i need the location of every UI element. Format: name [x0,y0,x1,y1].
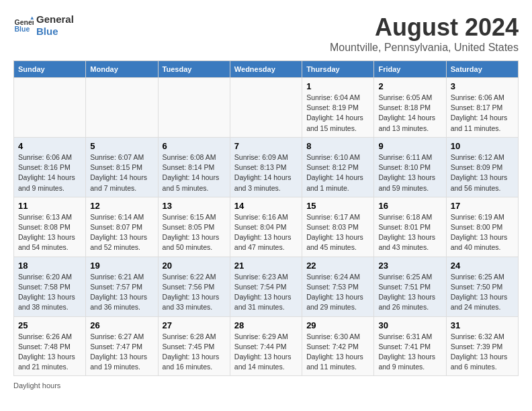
day-number: 28 [234,320,298,330]
calendar-cell: 8Sunrise: 6:10 AM Sunset: 8:12 PM Daylig… [302,137,374,197]
page-subtitle: Mountville, Pennsylvania, United States [330,42,519,54]
day-number: 17 [451,201,514,211]
calendar-cell: 25Sunrise: 6:26 AM Sunset: 7:48 PM Dayli… [14,316,86,376]
svg-text:Blue: Blue [15,25,30,33]
day-content: Sunrise: 6:12 AM Sunset: 8:09 PM Dayligh… [451,152,514,193]
calendar-header-row: SundayMondayTuesdayWednesdayThursdayFrid… [14,61,519,78]
calendar-cell: 21Sunrise: 6:23 AM Sunset: 7:54 PM Dayli… [230,257,302,316]
day-content: Sunrise: 6:24 AM Sunset: 7:53 PM Dayligh… [306,272,369,313]
calendar-day-header: Saturday [446,61,518,78]
day-content: Sunrise: 6:16 AM Sunset: 8:04 PM Dayligh… [234,212,298,253]
calendar-table: SundayMondayTuesdayWednesdayThursdayFrid… [13,60,519,376]
day-number: 9 [378,141,441,151]
calendar-cell: 16Sunrise: 6:18 AM Sunset: 8:01 PM Dayli… [374,197,446,257]
calendar-cell: 28Sunrise: 6:29 AM Sunset: 7:44 PM Dayli… [230,316,302,376]
day-number: 29 [306,320,369,330]
calendar-cell: 7Sunrise: 6:09 AM Sunset: 8:13 PM Daylig… [230,137,302,197]
day-content: Sunrise: 6:05 AM Sunset: 8:18 PM Dayligh… [378,93,441,134]
logo-blue: Blue [36,26,74,38]
day-number: 16 [378,201,441,211]
calendar-cell [14,78,86,138]
day-number: 27 [163,320,226,330]
day-content: Sunrise: 6:27 AM Sunset: 7:47 PM Dayligh… [90,332,153,373]
logo: General Blue General Blue [13,13,74,38]
calendar-cell: 3Sunrise: 6:06 AM Sunset: 8:17 PM Daylig… [446,78,518,138]
calendar-week-row: 4Sunrise: 6:06 AM Sunset: 8:16 PM Daylig… [14,137,519,197]
calendar-cell: 20Sunrise: 6:22 AM Sunset: 7:56 PM Dayli… [158,257,230,316]
day-number: 3 [451,81,514,91]
day-number: 7 [234,141,298,151]
day-content: Sunrise: 6:29 AM Sunset: 7:44 PM Dayligh… [234,332,298,373]
day-content: Sunrise: 6:06 AM Sunset: 8:17 PM Dayligh… [451,93,514,134]
calendar-cell: 22Sunrise: 6:24 AM Sunset: 7:53 PM Dayli… [302,257,374,316]
calendar-cell: 26Sunrise: 6:27 AM Sunset: 7:47 PM Dayli… [86,316,158,376]
logo-general: General [36,13,74,26]
calendar-cell [158,78,230,138]
day-number: 4 [18,141,81,151]
day-content: Sunrise: 6:13 AM Sunset: 8:08 PM Dayligh… [18,212,81,253]
day-content: Sunrise: 6:25 AM Sunset: 7:50 PM Dayligh… [451,272,514,313]
calendar-cell: 10Sunrise: 6:12 AM Sunset: 8:09 PM Dayli… [446,137,518,197]
day-content: Sunrise: 6:17 AM Sunset: 8:03 PM Dayligh… [306,212,369,253]
calendar-day-header: Thursday [302,61,374,78]
day-number: 19 [90,261,153,271]
day-number: 24 [451,261,514,271]
calendar-cell: 14Sunrise: 6:16 AM Sunset: 8:04 PM Dayli… [230,197,302,257]
day-content: Sunrise: 6:06 AM Sunset: 8:16 PM Dayligh… [18,152,81,193]
calendar-cell: 18Sunrise: 6:20 AM Sunset: 7:58 PM Dayli… [14,257,86,316]
day-number: 18 [18,261,81,271]
day-content: Sunrise: 6:09 AM Sunset: 8:13 PM Dayligh… [234,152,298,193]
calendar-day-header: Friday [374,61,446,78]
calendar-cell: 12Sunrise: 6:14 AM Sunset: 8:07 PM Dayli… [86,197,158,257]
day-number: 26 [90,320,153,330]
calendar-cell: 13Sunrise: 6:15 AM Sunset: 8:05 PM Dayli… [158,197,230,257]
logo-icon: General Blue [13,15,34,36]
day-content: Sunrise: 6:11 AM Sunset: 8:10 PM Dayligh… [378,152,441,193]
calendar-day-header: Monday [86,61,158,78]
day-content: Sunrise: 6:28 AM Sunset: 7:45 PM Dayligh… [163,332,226,373]
calendar-week-row: 11Sunrise: 6:13 AM Sunset: 8:08 PM Dayli… [14,197,519,257]
calendar-cell: 31Sunrise: 6:32 AM Sunset: 7:39 PM Dayli… [446,316,518,376]
day-number: 5 [90,141,153,151]
calendar-cell: 17Sunrise: 6:19 AM Sunset: 8:00 PM Dayli… [446,197,518,257]
calendar-cell: 29Sunrise: 6:30 AM Sunset: 7:42 PM Dayli… [302,316,374,376]
calendar-cell: 6Sunrise: 6:08 AM Sunset: 8:14 PM Daylig… [158,137,230,197]
day-number: 10 [451,141,514,151]
day-content: Sunrise: 6:22 AM Sunset: 7:56 PM Dayligh… [163,272,226,313]
page-title: August 2024 [330,13,519,42]
day-number: 2 [378,81,441,91]
footer-note: Daylight hours [13,381,519,390]
day-number: 15 [306,201,369,211]
calendar-cell: 19Sunrise: 6:21 AM Sunset: 7:57 PM Dayli… [86,257,158,316]
day-content: Sunrise: 6:23 AM Sunset: 7:54 PM Dayligh… [234,272,298,313]
day-number: 12 [90,201,153,211]
calendar-day-header: Tuesday [158,61,230,78]
day-number: 13 [163,201,226,211]
day-number: 14 [234,201,298,211]
calendar-day-header: Sunday [14,61,86,78]
day-number: 23 [378,261,441,271]
calendar-day-header: Wednesday [230,61,302,78]
day-content: Sunrise: 6:31 AM Sunset: 7:41 PM Dayligh… [378,332,441,373]
day-number: 31 [451,320,514,330]
header: General Blue General Blue August 2024 Mo… [13,13,519,54]
day-number: 20 [163,261,226,271]
calendar-cell: 11Sunrise: 6:13 AM Sunset: 8:08 PM Dayli… [14,197,86,257]
calendar-week-row: 18Sunrise: 6:20 AM Sunset: 7:58 PM Dayli… [14,257,519,316]
calendar-cell: 27Sunrise: 6:28 AM Sunset: 7:45 PM Dayli… [158,316,230,376]
day-content: Sunrise: 6:32 AM Sunset: 7:39 PM Dayligh… [451,332,514,373]
day-content: Sunrise: 6:21 AM Sunset: 7:57 PM Dayligh… [90,272,153,313]
day-number: 21 [234,261,298,271]
calendar-cell: 9Sunrise: 6:11 AM Sunset: 8:10 PM Daylig… [374,137,446,197]
day-number: 1 [306,81,369,91]
calendar-cell [230,78,302,138]
day-content: Sunrise: 6:19 AM Sunset: 8:00 PM Dayligh… [451,212,514,253]
calendar-cell: 24Sunrise: 6:25 AM Sunset: 7:50 PM Dayli… [446,257,518,316]
calendar-cell [86,78,158,138]
calendar-cell: 15Sunrise: 6:17 AM Sunset: 8:03 PM Dayli… [302,197,374,257]
day-content: Sunrise: 6:14 AM Sunset: 8:07 PM Dayligh… [90,212,153,253]
day-content: Sunrise: 6:30 AM Sunset: 7:42 PM Dayligh… [306,332,369,373]
day-content: Sunrise: 6:18 AM Sunset: 8:01 PM Dayligh… [378,212,441,253]
calendar-cell: 4Sunrise: 6:06 AM Sunset: 8:16 PM Daylig… [14,137,86,197]
day-content: Sunrise: 6:25 AM Sunset: 7:51 PM Dayligh… [378,272,441,313]
